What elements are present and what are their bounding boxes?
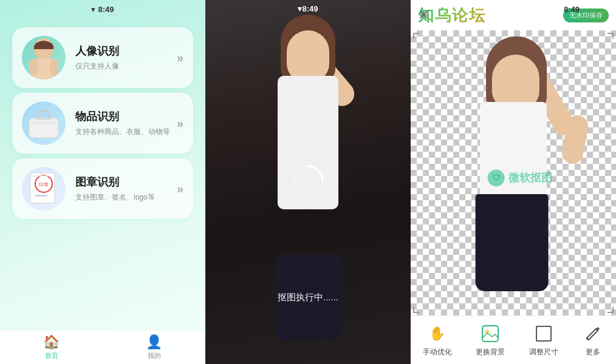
feature-stamp-subtitle: 支持图章、签名、logo等 — [75, 192, 177, 203]
feature-object-title: 物品识别 — [75, 109, 177, 124]
corner-tl — [413, 33, 419, 39]
time-1: 8:49 — [98, 5, 114, 14]
svg-rect-2 — [29, 59, 38, 76]
result-canvas: 🛡 微软抠图 — [411, 30, 616, 315]
status-bar-2: ▾ 8:49 — [205, 0, 411, 17]
close-button[interactable]: ✕ — [418, 7, 429, 23]
toolbar: ✋ 手动优化 更换背景 调整尺寸 — [411, 315, 616, 364]
status-bar-1: ▾ 8:49 — [12, 0, 193, 16]
svg-rect-4 — [29, 118, 58, 138]
home-icon: 🏠 — [43, 334, 60, 350]
watermark-text: 微软抠图 — [508, 170, 552, 185]
svg-rect-3 — [50, 59, 58, 76]
panel-processing: ▾ 8:49 抠图执行中...... — [205, 0, 411, 364]
wifi-icon-2: ▾ — [298, 4, 302, 13]
feature-portrait[interactable]: 人像识别 仅只支持人像 » — [12, 27, 193, 88]
svg-rect-11 — [32, 175, 49, 177]
edit-icon — [582, 323, 604, 345]
thumb-object — [22, 101, 66, 145]
result-header: ✕ 知乌论坛 8:49 无水印保存 — [411, 0, 616, 30]
tool-manual[interactable]: ✋ 手动优化 — [423, 323, 452, 357]
svg-rect-5 — [32, 122, 56, 124]
feature-stamp[interactable]: 印章 图章识别 支持图章、签名、logo等 » — [12, 158, 193, 219]
feature-portrait-title: 人像识别 — [75, 44, 177, 58]
nav-mine[interactable]: 👤 我的 — [146, 334, 162, 360]
wifi-icon: ▾ — [91, 5, 95, 14]
resize-icon — [533, 323, 555, 345]
feature-object-subtitle: 支持各种商品、衣服、动物等 — [75, 126, 177, 137]
svg-rect-13 — [482, 326, 498, 342]
cutout-pants — [476, 194, 549, 291]
tool-more[interactable]: 更多 — [582, 323, 604, 357]
corner-br — [607, 307, 614, 313]
hand-icon: ✋ — [426, 323, 448, 345]
watermark: 🛡 微软抠图 — [488, 169, 552, 186]
face-silhouette — [287, 30, 329, 82]
time-3: 8:49 — [564, 5, 580, 14]
watermark-icon: 🛡 — [488, 169, 505, 186]
panel-result: ✕ 知乌论坛 8:49 无水印保存 🛡 微软抠图 ✋ 手动优化 — [411, 0, 616, 364]
bg-icon — [479, 323, 501, 345]
time-2: 8:49 — [302, 4, 318, 13]
loading-text: 抠图执行中...... — [278, 292, 338, 303]
feature-object-arrow: » — [177, 116, 183, 130]
feature-stamp-text: 图章识别 支持图章、签名、logo等 — [66, 175, 177, 203]
nav-mine-label: 我的 — [148, 351, 161, 360]
tool-bg[interactable]: 更换背景 — [476, 323, 505, 357]
svg-rect-15 — [536, 326, 551, 341]
feature-stamp-arrow: » — [177, 182, 183, 196]
svg-rect-10 — [35, 195, 47, 197]
mine-icon: 👤 — [146, 334, 162, 350]
feature-portrait-arrow: » — [177, 51, 183, 65]
tool-manual-label: 手动优化 — [423, 347, 452, 357]
nav-home-label: 首页 — [45, 351, 58, 360]
cutout-face — [492, 55, 539, 109]
svg-rect-6 — [36, 118, 51, 120]
tool-more-label: 更多 — [586, 347, 600, 357]
feature-portrait-text: 人像识别 仅只支持人像 — [66, 44, 177, 72]
bottom-nav: 🏠 首页 👤 我的 — [0, 330, 205, 364]
tool-resize-label: 调整尺寸 — [529, 347, 558, 357]
feature-portrait-subtitle: 仅只支持人像 — [75, 61, 177, 72]
feature-object-text: 物品识别 支持各种商品、衣服、动物等 — [66, 109, 177, 137]
nav-home[interactable]: 🏠 首页 — [43, 334, 60, 360]
panel-menu: ▾ 8:49 人像识别 仅只支持人像 » — [0, 0, 205, 364]
tool-resize[interactable]: 调整尺寸 — [529, 323, 558, 357]
feature-object[interactable]: 物品识别 支持各种商品、衣服、动物等 » — [12, 93, 193, 153]
corner-bl — [413, 307, 419, 313]
thumb-stamp: 印章 — [22, 167, 66, 211]
thumb-portrait — [22, 36, 66, 79]
model-background: 抠图执行中...... — [205, 0, 411, 364]
corner-tr — [607, 33, 614, 39]
svg-text:印章: 印章 — [39, 182, 49, 187]
feature-stamp-title: 图章识别 — [75, 175, 177, 189]
tool-bg-label: 更换背景 — [476, 347, 505, 357]
